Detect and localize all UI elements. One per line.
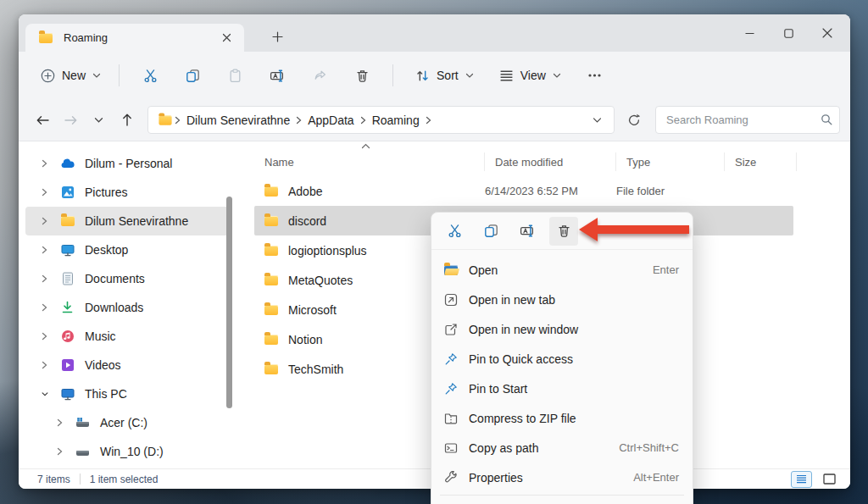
expand-chevron-icon[interactable]: [41, 187, 49, 197]
new-tab-button[interactable]: [266, 26, 288, 47]
ellipsis-icon: [588, 74, 601, 77]
back-button[interactable]: [29, 106, 57, 134]
column-headers: Name Date modified Type Size: [254, 151, 850, 173]
address-dropdown-button[interactable]: [587, 117, 607, 124]
menu-item-pin-to-start[interactable]: Pin to Start: [431, 374, 693, 403]
onedrive-cloud-icon: [60, 158, 75, 169]
pictures-icon: [60, 186, 75, 199]
sidebar-item-this-pc[interactable]: This PC: [25, 379, 229, 408]
cut-button[interactable]: [131, 59, 169, 91]
collapse-chevron-icon[interactable]: [41, 390, 49, 398]
folder-icon: [264, 364, 278, 374]
see-more-button[interactable]: [576, 59, 614, 91]
share-icon: [313, 69, 327, 83]
thumbnail-view-button[interactable]: [820, 471, 838, 488]
sidebar-item-documents[interactable]: Documents: [25, 264, 229, 293]
documents-icon: [60, 272, 75, 285]
sidebar-item-videos[interactable]: Videos: [25, 351, 229, 379]
cut-button[interactable]: [440, 217, 469, 246]
expand-chevron-icon[interactable]: [41, 158, 49, 169]
sidebar-item-pictures[interactable]: Pictures: [25, 178, 229, 207]
copy-button[interactable]: [476, 217, 505, 246]
copy-icon: [186, 69, 200, 83]
status-divider: [80, 474, 81, 485]
breadcrumb-roaming[interactable]: Roaming: [369, 111, 423, 130]
column-header-size[interactable]: Size: [725, 152, 797, 171]
menu-item-open-in-new-window[interactable]: Open in new window: [431, 314, 693, 344]
toolbar-divider: [392, 64, 393, 86]
paste-button[interactable]: [216, 59, 253, 91]
menu-item-open-in-new-tab[interactable]: Open in new tab: [431, 285, 693, 314]
refresh-button[interactable]: [620, 106, 648, 134]
search-input[interactable]: [655, 106, 840, 134]
expand-chevron-icon[interactable]: [41, 360, 49, 370]
sidebar-item-label: Dilum Senevirathne: [85, 214, 188, 228]
share-button[interactable]: [301, 59, 338, 91]
sidebar-item-user-folder[interactable]: Dilum Senevirathne: [25, 207, 229, 235]
delete-button[interactable]: [549, 217, 578, 246]
expand-chevron-icon[interactable]: [56, 446, 64, 457]
tab-close-button[interactable]: [217, 29, 236, 47]
column-header-name[interactable]: Name: [254, 152, 485, 171]
expand-chevron-icon[interactable]: [41, 216, 49, 226]
file-row-adobe[interactable]: Adobe 6/14/2023 6:52 PM File folder: [254, 176, 793, 206]
close-icon: [222, 33, 231, 42]
sidebar-item-label: Downloads: [85, 301, 143, 314]
folder-icon: [60, 216, 75, 226]
menu-item-pin-to-quick-access[interactable]: Pin to Quick access: [431, 344, 693, 374]
view-toggles: [791, 471, 838, 488]
menu-divider: [440, 495, 684, 496]
menu-item-compress-to-zip[interactable]: Compress to ZIP file: [431, 403, 693, 433]
copy-button[interactable]: [174, 59, 211, 91]
rename-button[interactable]: [259, 59, 296, 91]
close-button[interactable]: [808, 19, 847, 47]
breadcrumb-chevron-icon: [426, 116, 431, 125]
trash-icon: [355, 69, 370, 83]
details-view-icon: [796, 474, 807, 484]
menu-item-open[interactable]: Open Enter: [431, 255, 693, 285]
rename-button[interactable]: [513, 217, 542, 246]
tab-title: Roaming: [64, 31, 108, 44]
recent-locations-button[interactable]: [85, 106, 113, 134]
minimize-button[interactable]: [730, 19, 769, 47]
breadcrumb-user[interactable]: Dilum Senevirathne: [183, 111, 293, 130]
sidebar-item-downloads[interactable]: Downloads: [25, 293, 229, 322]
expand-chevron-icon[interactable]: [41, 245, 49, 255]
menu-item-show-more-options[interactable]: [431, 498, 693, 504]
sidebar-scrollbar[interactable]: [226, 197, 232, 408]
sidebar-item-drive-c[interactable]: Acer (C:): [25, 408, 229, 437]
expand-chevron-icon[interactable]: [41, 274, 49, 284]
sidebar-item-onedrive[interactable]: Dilum - Personal: [25, 149, 229, 178]
menu-item-copy-as-path[interactable]: Copy as path Ctrl+Shift+C: [431, 433, 693, 462]
folder-icon: [264, 305, 278, 315]
menu-item-properties[interactable]: Properties Alt+Enter: [431, 462, 693, 492]
downloads-icon: [60, 301, 75, 314]
sidebar-item-music[interactable]: Music: [25, 322, 229, 351]
details-view-button[interactable]: [791, 471, 812, 488]
sidebar-item-desktop[interactable]: Desktop: [25, 235, 229, 264]
sort-button[interactable]: Sort: [408, 63, 481, 89]
expand-chevron-icon[interactable]: [41, 331, 49, 341]
view-button[interactable]: View: [492, 63, 569, 88]
refresh-icon: [627, 114, 641, 127]
address-bar[interactable]: Dilum Senevirathne AppData Roaming: [147, 106, 615, 134]
breadcrumb-appdata[interactable]: AppData: [304, 111, 357, 130]
up-button[interactable]: [113, 106, 141, 134]
expand-chevron-icon[interactable]: [56, 418, 64, 428]
videos-icon: [60, 358, 75, 372]
view-lines-icon: [499, 69, 514, 82]
file-name: TechSmith: [288, 363, 343, 376]
sidebar-item-label: Documents: [85, 272, 145, 285]
wrench-icon: [443, 471, 459, 485]
zip-folder-icon: [443, 412, 459, 424]
new-button[interactable]: New: [32, 63, 109, 89]
tab-roaming[interactable]: Roaming: [25, 24, 244, 52]
sidebar-item-drive-d[interactable]: Win_10 (D:): [25, 437, 229, 466]
forward-button[interactable]: [57, 106, 85, 134]
column-header-type[interactable]: Type: [616, 152, 725, 171]
column-header-date-modified[interactable]: Date modified: [485, 152, 616, 171]
folder-icon: [264, 246, 278, 256]
expand-chevron-icon[interactable]: [41, 302, 49, 313]
maximize-button[interactable]: [769, 19, 808, 47]
delete-button[interactable]: [343, 59, 381, 91]
